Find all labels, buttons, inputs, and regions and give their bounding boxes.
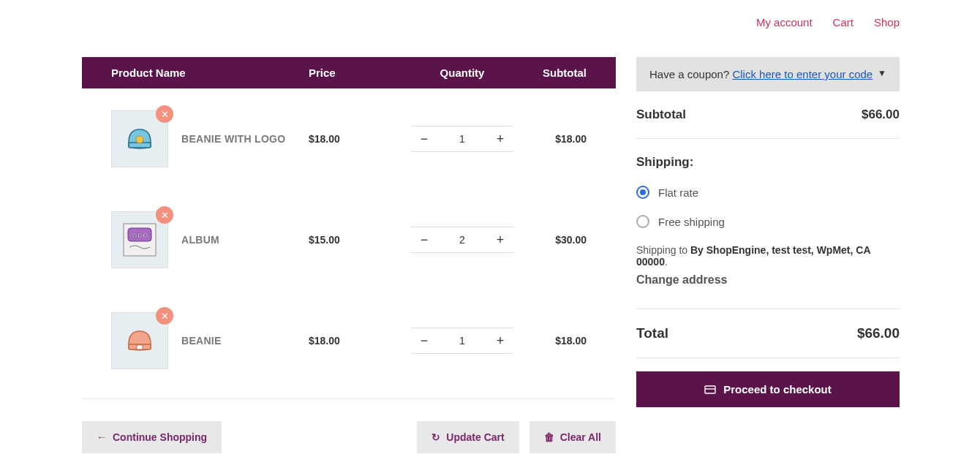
card-icon <box>704 384 716 396</box>
update-cart-button[interactable]: ↻ Update Cart <box>417 421 519 453</box>
checkout-label: Proceed to checkout <box>723 383 832 396</box>
shipping-option-label: Flat rate <box>658 186 698 199</box>
cart-table: Product Name Price Quantity Subtotal ✕ <box>82 57 616 454</box>
header-subtotal: Subtotal <box>521 67 601 79</box>
subtotal-value: $66.00 <box>862 107 900 122</box>
shipping-option-free-shipping[interactable]: Free shipping <box>636 215 900 228</box>
header-product-name: Product Name <box>82 67 309 79</box>
shipping-destination: Shipping to By ShopEngine, test test, Wp… <box>636 244 900 268</box>
shipping-heading: Shipping: <box>636 155 900 170</box>
quantity-stepper: − 1 + <box>411 328 513 354</box>
nav-cart[interactable]: Cart <box>833 16 853 29</box>
total-label: Total <box>636 325 668 341</box>
svg-rect-6 <box>137 345 143 349</box>
shipping-option-flat-rate[interactable]: Flat rate <box>636 186 900 199</box>
line-subtotal: $18.00 <box>521 335 601 347</box>
proceed-to-checkout-button[interactable]: Proceed to checkout <box>636 371 900 407</box>
product-price: $15.00 <box>309 234 404 246</box>
clear-all-button[interactable]: 🗑 Clear All <box>529 421 616 453</box>
shipping-option-label: Free shipping <box>658 216 725 228</box>
quantity-stepper: − 2 + <box>411 227 513 253</box>
cart-row: ✕ WOO ALBUM $15.00 − <box>82 189 616 290</box>
clear-all-label: Clear All <box>560 431 601 443</box>
close-icon: ✕ <box>161 311 169 321</box>
qty-increase-button[interactable]: + <box>487 328 513 353</box>
shipping-to-prefix: Shipping to <box>636 244 690 256</box>
product-price: $18.00 <box>309 335 404 347</box>
qty-decrease-button[interactable]: − <box>411 126 437 151</box>
nav-shop[interactable]: Shop <box>874 16 900 29</box>
product-price: $18.00 <box>309 133 404 145</box>
qty-decrease-button[interactable]: − <box>411 328 437 353</box>
qty-increase-button[interactable]: + <box>487 227 513 252</box>
shipping-section: Shipping: Flat rate Free shipping Shippi… <box>636 139 900 309</box>
product-thumbnail[interactable]: ✕ <box>111 312 168 369</box>
qty-value: 2 <box>437 234 487 246</box>
update-cart-label: Update Cart <box>446 431 504 443</box>
total-row: Total $66.00 <box>636 309 900 358</box>
product-name[interactable]: ALBUM <box>181 234 219 246</box>
svg-rect-7 <box>705 386 715 393</box>
coupon-prompt: Have a coupon? <box>649 68 732 80</box>
order-summary: Have a coupon? Click here to enter your … <box>636 57 900 454</box>
product-thumbnail[interactable]: ✕ WOO <box>111 211 168 268</box>
trash-icon: 🗑 <box>544 431 554 443</box>
line-subtotal: $18.00 <box>521 133 601 145</box>
continue-shopping-label: Continue Shopping <box>113 431 207 443</box>
qty-value: 1 <box>437 335 487 347</box>
header-quantity: Quantity <box>404 67 521 79</box>
line-subtotal: $30.00 <box>521 234 601 246</box>
subtotal-row: Subtotal $66.00 <box>636 91 900 139</box>
album-icon: WOO <box>119 219 160 260</box>
coupon-link[interactable]: Click here to enter your code <box>732 68 872 80</box>
cart-header-row: Product Name Price Quantity Subtotal <box>82 57 616 88</box>
svg-text:WOO: WOO <box>132 232 148 239</box>
close-icon: ✕ <box>161 110 169 119</box>
cart-actions: ← Continue Shopping ↻ Update Cart 🗑 Clea… <box>82 421 616 453</box>
close-icon: ✕ <box>161 211 169 220</box>
cart-row: ✕ BEANIE WITH LOGO $18.00 − 1 <box>82 88 616 189</box>
coupon-toggle[interactable]: Have a coupon? Click here to enter your … <box>636 57 900 91</box>
beanie-logo-icon <box>121 121 158 157</box>
product-thumbnail[interactable]: ✕ <box>111 110 168 167</box>
svg-point-1 <box>136 136 143 143</box>
arrow-left-icon: ← <box>97 431 107 443</box>
qty-value: 1 <box>437 133 487 145</box>
refresh-icon: ↻ <box>431 431 440 443</box>
radio-checked-icon <box>636 186 649 199</box>
header-price: Price <box>309 67 404 79</box>
product-name[interactable]: BEANIE WITH LOGO <box>181 133 285 145</box>
beanie-icon <box>121 322 158 359</box>
top-nav: My account Cart Shop <box>756 16 900 29</box>
qty-decrease-button[interactable]: − <box>411 227 437 252</box>
radio-unchecked-icon <box>636 215 649 228</box>
quantity-stepper: − 1 + <box>411 126 513 152</box>
nav-my-account[interactable]: My account <box>756 16 813 29</box>
change-address-link[interactable]: Change address <box>636 273 900 287</box>
remove-item-button[interactable]: ✕ <box>156 307 173 325</box>
remove-item-button[interactable]: ✕ <box>156 206 173 224</box>
remove-item-button[interactable]: ✕ <box>156 105 173 123</box>
continue-shopping-button[interactable]: ← Continue Shopping <box>82 421 222 453</box>
total-value: $66.00 <box>857 325 900 341</box>
chevron-down-icon: ▼ <box>878 68 886 78</box>
subtotal-label: Subtotal <box>636 107 686 122</box>
cart-row: ✕ BEANIE $18.00 − 1 + <box>82 290 616 391</box>
product-name[interactable]: BEANIE <box>181 335 222 347</box>
qty-increase-button[interactable]: + <box>487 126 513 151</box>
